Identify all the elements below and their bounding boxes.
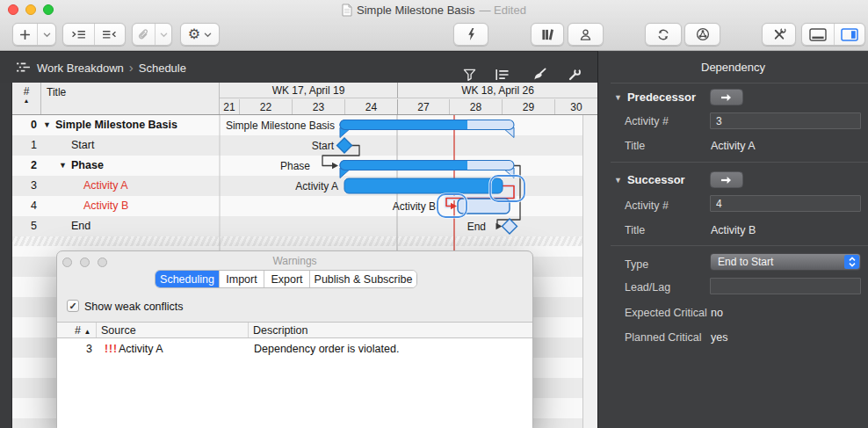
sync-button[interactable] bbox=[645, 23, 682, 46]
window-edited-status: — Edited bbox=[479, 4, 525, 17]
disclosure-triangle-icon[interactable]: ▼ bbox=[59, 161, 67, 170]
row-number: 0 bbox=[12, 119, 37, 131]
leadlag-input[interactable] bbox=[710, 278, 861, 294]
gantt-task-bar[interactable] bbox=[344, 178, 503, 193]
view-bottom-pane-toggle[interactable] bbox=[802, 24, 834, 45]
tab-scheduling[interactable]: Scheduling bbox=[156, 271, 219, 287]
warning-row-number: 3 bbox=[68, 343, 92, 355]
outline-row[interactable]: 1Start bbox=[12, 135, 220, 156]
row-number: 3 bbox=[12, 179, 37, 192]
breadcrumb-work-breakdown[interactable]: Work Breakdown bbox=[37, 62, 124, 75]
right-arrow-icon bbox=[720, 176, 733, 185]
warning-row-source: Activity A bbox=[119, 343, 163, 355]
breadcrumb-schedule[interactable]: Schedule bbox=[139, 62, 186, 75]
timeline-day-header: 21 bbox=[220, 99, 239, 114]
gantt-bar-label: Activity B bbox=[393, 200, 436, 213]
paintbrush-icon bbox=[532, 68, 546, 82]
chevron-down-icon bbox=[43, 32, 51, 38]
dialog-title: Warnings bbox=[57, 255, 532, 267]
outline-row[interactable]: 3Activity A bbox=[12, 176, 220, 196]
view-bar: Work Breakdown›Schedule bbox=[0, 51, 597, 83]
indent-button[interactable] bbox=[63, 24, 94, 45]
planned-critical-label: Planned Critical bbox=[625, 331, 702, 344]
warnings-tab-bar: SchedulingImportExportPublish & Subscrib… bbox=[155, 270, 417, 288]
timeline-day-header: 30 bbox=[554, 99, 597, 114]
tools-button[interactable] bbox=[762, 23, 796, 46]
predecessor-title-label: Title bbox=[625, 140, 645, 152]
show-weak-conflicts-label: Show weak conflicts bbox=[84, 301, 184, 313]
tab-import[interactable]: Import bbox=[219, 271, 264, 287]
gantt-bar-label: Start bbox=[312, 140, 335, 152]
library-button[interactable] bbox=[531, 23, 564, 46]
gantt-bar-label: Simple Milestone Basis bbox=[226, 120, 335, 132]
view-toggle-group bbox=[801, 23, 865, 46]
window-right-pane-icon bbox=[841, 28, 858, 41]
outline-row[interactable]: 2▼Phase bbox=[12, 156, 220, 176]
divider bbox=[611, 83, 868, 83]
timeline-week-header: WK 18, April 26 bbox=[397, 83, 597, 98]
chevron-down-icon bbox=[204, 32, 212, 38]
successor-section-header[interactable]: ▼Successor bbox=[614, 173, 685, 186]
row-title: Activity A bbox=[83, 179, 128, 192]
planned-critical-value: yes bbox=[711, 331, 727, 344]
settings-menu-button[interactable]: ⚙ bbox=[180, 23, 220, 46]
warning-row[interactable]: 3 !!! Activity A Dependency order is vio… bbox=[57, 338, 532, 359]
indent-icon bbox=[70, 29, 87, 40]
scrollbar-gutter bbox=[582, 115, 597, 428]
column-header-title[interactable]: Title bbox=[41, 83, 220, 114]
outdent-button[interactable] bbox=[94, 24, 126, 45]
view-inspector-pane-toggle[interactable] bbox=[834, 24, 865, 45]
gantt-milestone-diamond[interactable] bbox=[337, 138, 352, 153]
warnings-column-source[interactable]: Source bbox=[101, 324, 136, 337]
go-to-successor-button[interactable] bbox=[710, 171, 743, 188]
predecessor-activity-input[interactable] bbox=[710, 112, 861, 129]
column-header-number[interactable]: # ▲ bbox=[12, 83, 41, 114]
successor-title-value: Activity B bbox=[711, 224, 756, 236]
warnings-dialog: Warnings SchedulingImportExportPublish &… bbox=[56, 250, 533, 428]
outline-row[interactable]: 5End bbox=[12, 216, 220, 236]
title-column-label: Title bbox=[47, 86, 66, 98]
row-number: 5 bbox=[12, 220, 37, 232]
expected-critical-value: no bbox=[711, 307, 723, 319]
style-button[interactable] bbox=[531, 67, 548, 83]
outline-row[interactable]: 0▼Simple Milestone Basis bbox=[12, 115, 220, 135]
warnings-column-description[interactable]: Description bbox=[253, 324, 308, 337]
connector-arrowhead bbox=[496, 223, 503, 230]
titlebar: Simple Milestone Basis — Edited bbox=[0, 0, 868, 19]
warnings-table-body: 3 !!! Activity A Dependency order is vio… bbox=[57, 338, 532, 428]
link-menu-button[interactable] bbox=[155, 24, 171, 45]
row-title: Phase bbox=[71, 159, 104, 171]
popup-stepper-icon bbox=[844, 255, 859, 269]
gantt-milestone-diamond[interactable] bbox=[503, 219, 517, 234]
filter-button[interactable] bbox=[460, 67, 478, 83]
outline-row[interactable]: 4Activity B bbox=[12, 196, 220, 216]
predecessor-section-header[interactable]: ▼Predecessor bbox=[614, 91, 696, 104]
zoom-button[interactable] bbox=[43, 4, 54, 15]
view-options-button[interactable] bbox=[494, 67, 511, 83]
link-button[interactable] bbox=[133, 24, 155, 45]
publish-button[interactable] bbox=[684, 23, 720, 46]
successor-activity-input[interactable] bbox=[710, 195, 861, 212]
row-title: Start bbox=[71, 139, 94, 151]
resources-button[interactable] bbox=[568, 23, 604, 46]
disclosure-triangle-icon[interactable]: ▼ bbox=[43, 120, 51, 129]
chevron-down-icon bbox=[160, 32, 168, 38]
lightning-icon bbox=[467, 27, 476, 41]
show-weak-conflicts-checkbox[interactable]: ✓ bbox=[67, 300, 79, 312]
minimize-button[interactable] bbox=[25, 4, 36, 15]
dependency-type-value: End to Start bbox=[718, 256, 773, 268]
inspect-tools-button[interactable] bbox=[566, 67, 583, 83]
dependency-type-popup[interactable]: End to Start bbox=[710, 253, 861, 271]
plus-icon bbox=[18, 28, 32, 41]
gantt-header: # ▲ Title WK 17, April 19WK 18, April 26… bbox=[12, 83, 597, 115]
add-task-button[interactable] bbox=[13, 24, 37, 45]
column-divider bbox=[248, 323, 249, 337]
tab-export[interactable]: Export bbox=[264, 271, 309, 287]
go-to-predecessor-button[interactable] bbox=[710, 89, 743, 105]
violations-button[interactable] bbox=[453, 23, 488, 46]
warnings-column-number[interactable]: # ▲ bbox=[75, 324, 90, 337]
add-task-menu-button[interactable] bbox=[37, 24, 55, 45]
close-button[interactable] bbox=[8, 4, 18, 15]
tab-publish-subscribe[interactable]: Publish & Subscribe bbox=[309, 271, 416, 287]
breadcrumb-separator: › bbox=[124, 60, 139, 75]
